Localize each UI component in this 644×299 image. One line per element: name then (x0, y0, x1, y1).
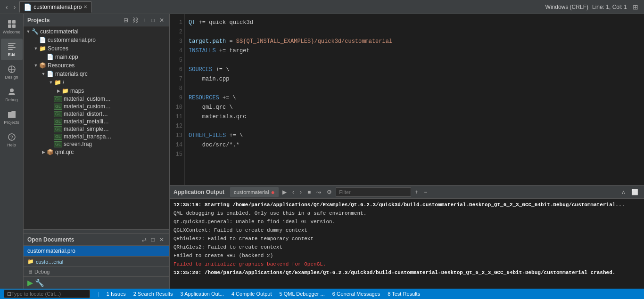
tree-label-mat5: material_simple… (64, 126, 109, 132)
tree-item-mat1[interactable]: GL material_custom… (24, 95, 169, 103)
editor-tab[interactable]: 📄 custommaterial.pro ✕ (19, 1, 91, 13)
output-filter-input[interactable] (336, 187, 411, 197)
tree-label-maps: maps (70, 88, 84, 94)
tree-item-mat4[interactable]: GL material_metalli… (24, 118, 169, 125)
tree-icon-materials-qrc: 📄 (46, 70, 54, 78)
status-issues-label: 1 Issues (107, 291, 126, 297)
tree-icon-mat6: GL (54, 134, 62, 140)
open-docs-swap-button[interactable]: ⇄ (140, 236, 148, 243)
tree-icon-mat1: GL (54, 96, 62, 102)
locate-input[interactable] (11, 291, 87, 297)
open-docs-close-button[interactable]: ✕ (158, 236, 165, 243)
nav-back-button[interactable]: ‹ (4, 2, 10, 12)
layout-button[interactable]: ⊞ (631, 2, 640, 12)
sidebar-item-design[interactable]: Design (1, 61, 23, 83)
status-issues[interactable]: 1 Issues (107, 291, 126, 297)
panel-header-icons: ⊟ ⛓ + □ ✕ (122, 16, 165, 24)
tree-icon-resources: 📦 (39, 62, 46, 69)
project-panel-header: Projects ⊟ ⛓ + □ ✕ (24, 14, 169, 26)
tree-item-maps[interactable]: ▶ 📁 maps (24, 87, 169, 95)
run-debug-button[interactable]: 🔧 (35, 278, 44, 287)
panel-link-button[interactable]: ⛓ (132, 16, 140, 24)
code-text[interactable]: QT += quick quick3d target.path = $${QT_… (185, 14, 644, 185)
output-forward-button[interactable]: ↝ (314, 188, 323, 196)
panel-close-button[interactable]: ✕ (158, 16, 165, 24)
status-compile[interactable]: 4 Compile Output (231, 291, 272, 297)
tree-item-resources[interactable]: ▼ 📦 Resources (24, 61, 169, 70)
output-run-button[interactable]: ▶ (281, 188, 289, 196)
debug-footer: 🖥 Debug (24, 267, 169, 276)
tree-icon-mat4: GL (54, 119, 62, 125)
status-search[interactable]: 2 Search Results (133, 291, 173, 297)
tree-item-screen-frag[interactable]: GL screen.frag (24, 140, 169, 148)
sidebar-item-help[interactable]: ? Help (1, 129, 23, 151)
output-line-2: QML debugging is enabled. Only use this … (173, 209, 640, 218)
tree-label-mat6: material_transpa… (64, 133, 111, 140)
status-qml-debugger[interactable]: 5 QML Debugger ... (280, 291, 325, 297)
tab-close-button[interactable]: ✕ (83, 4, 87, 9)
tree-item-pro[interactable]: 📄 custommaterial.pro (24, 36, 169, 44)
output-stop-button[interactable]: ■ (305, 188, 313, 196)
status-general[interactable]: 6 General Messages (332, 291, 380, 297)
sidebar-item-edit[interactable]: Edit (1, 39, 23, 60)
output-tab-close-icon[interactable]: ● (271, 188, 275, 196)
status-compile-label: 4 Compile Output (231, 291, 272, 297)
status-app-output[interactable]: 3 Application Out... (181, 291, 224, 297)
panel-filter-button[interactable]: ⊟ (122, 16, 130, 24)
status-general-label: 6 General Messages (332, 291, 380, 297)
tree-item-qml-qrc[interactable]: ▶ 📦 qml.qrc (24, 148, 169, 156)
tree-item-slash[interactable]: ▼ 📁 / (24, 78, 169, 87)
run-button[interactable]: ▶ (27, 278, 33, 287)
output-remove-button[interactable]: − (422, 188, 429, 196)
output-line-8: Failed to initialize graphics backend fo… (173, 260, 640, 268)
line-numbers: 12345 678910 1112131415 (170, 14, 185, 185)
tree-label-resources: Resources (48, 62, 74, 69)
status-app-output-label: 3 Application Out... (181, 291, 224, 297)
sidebar-item-welcome[interactable]: Welcome (1, 16, 23, 38)
nav-forward-button[interactable]: › (12, 2, 18, 12)
code-content-area[interactable]: 12345 678910 1112131415 QT += quick quic… (170, 14, 644, 185)
svg-rect-6 (8, 47, 16, 48)
open-doc-custommaterial-pro[interactable]: custommaterial.pro (24, 246, 169, 256)
status-right: Windows (CRLF) Line: 1, Col: 1 ⊞ (545, 2, 640, 12)
sidebar-projects-label: Projects (4, 120, 19, 125)
svg-rect-5 (8, 45, 14, 46)
project-footer: 📁 custo…erial (24, 256, 169, 267)
sidebar-item-projects[interactable]: Projects (1, 106, 23, 128)
tree-icon-qml-qrc: 📦 (46, 148, 54, 156)
tree-item-mat6[interactable]: GL material_transpa… (24, 133, 169, 140)
status-bar: ⊟ | 1 Issues 2 Search Results 3 Applicat… (0, 289, 644, 299)
output-line-6: QRhiGles2: Failed to create context (173, 243, 640, 251)
tree-label-mat3: material_distort… (64, 111, 108, 117)
svg-text:?: ? (10, 135, 13, 140)
output-nav-next-button[interactable]: › (298, 188, 304, 196)
tree-icon-screen-frag: GL (54, 141, 62, 147)
output-add-button[interactable]: + (413, 188, 420, 196)
debug-footer-label: Debug (34, 269, 50, 275)
project-panel: Projects ⊟ ⛓ + □ ✕ ▼ 🔧 custommaterial (24, 14, 170, 289)
output-settings-button[interactable]: ⚙ (325, 188, 334, 196)
panel-expand-button[interactable]: □ (150, 16, 156, 24)
output-expand-button[interactable]: ⬜ (629, 188, 640, 196)
panel-add-button[interactable]: + (142, 16, 148, 24)
tree-arrow-slash: ▼ (48, 80, 54, 85)
tree-item-maincpp[interactable]: 📄 main.cpp (24, 53, 169, 61)
output-line-5: QRhiGles2: Failed to create temporary co… (173, 234, 640, 243)
output-line-9: 12:35:20: /home/parisa/Applications/Qt/E… (173, 268, 640, 277)
tree-item-mat2[interactable]: GL material_custom… (24, 103, 169, 110)
status-search-label: 2 Search Results (133, 291, 173, 297)
tree-icon-mat3: GL (54, 111, 62, 117)
output-line-3: qt.quick3d.general: Unable to find ideal… (173, 218, 640, 226)
tree-item-root[interactable]: ▼ 🔧 custommaterial (24, 27, 169, 36)
output-tab-custommaterial[interactable]: custommaterial ● (230, 187, 279, 197)
output-nav-prev-button[interactable]: ‹ (290, 188, 296, 196)
tree-item-mat3[interactable]: GL material_distort… (24, 110, 169, 118)
status-test[interactable]: 8 Test Results (388, 291, 420, 297)
sidebar-item-debug[interactable]: Debug (1, 84, 23, 105)
tree-item-sources[interactable]: ▼ 📁 Sources (24, 44, 169, 53)
open-docs-expand-button[interactable]: □ (150, 236, 156, 243)
svg-rect-7 (8, 49, 13, 50)
tree-item-mat5[interactable]: GL material_simple… (24, 125, 169, 133)
tree-item-materials-qrc[interactable]: ▼ 📄 materials.qrc (24, 70, 169, 78)
output-collapse-button[interactable]: ∧ (619, 188, 627, 196)
